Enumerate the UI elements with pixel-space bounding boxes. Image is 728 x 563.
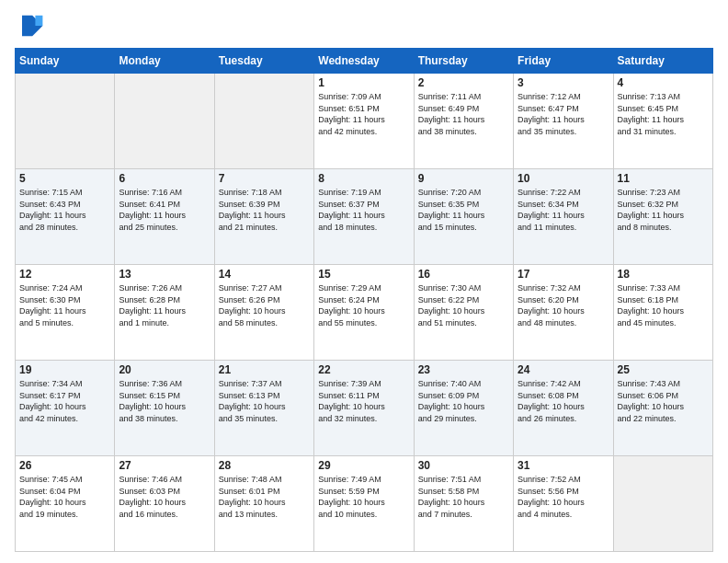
day-info: Sunrise: 7:52 AM Sunset: 5:56 PM Dayligh… <box>518 474 609 520</box>
logo <box>15 11 48 40</box>
day-info: Sunrise: 7:32 AM Sunset: 6:20 PM Dayligh… <box>518 282 609 328</box>
day-number: 11 <box>618 172 709 185</box>
day-info: Sunrise: 7:37 AM Sunset: 6:13 PM Dayligh… <box>219 378 310 424</box>
calendar-cell: 11Sunrise: 7:23 AM Sunset: 6:32 PM Dayli… <box>613 169 712 265</box>
day-number: 25 <box>618 363 709 376</box>
weekday-header: Saturday <box>613 49 712 74</box>
calendar-cell: 21Sunrise: 7:37 AM Sunset: 6:13 PM Dayli… <box>214 361 313 456</box>
day-info: Sunrise: 7:22 AM Sunset: 6:34 PM Dayligh… <box>518 187 609 233</box>
calendar-cell: 17Sunrise: 7:32 AM Sunset: 6:20 PM Dayli… <box>514 265 613 361</box>
calendar-cell: 27Sunrise: 7:46 AM Sunset: 6:03 PM Dayli… <box>115 456 214 552</box>
calendar-header-row: SundayMondayTuesdayWednesdayThursdayFrid… <box>16 49 713 74</box>
calendar-cell: 25Sunrise: 7:43 AM Sunset: 6:06 PM Dayli… <box>613 361 712 456</box>
calendar-cell: 23Sunrise: 7:40 AM Sunset: 6:09 PM Dayli… <box>414 361 513 456</box>
calendar-week-row: 12Sunrise: 7:24 AM Sunset: 6:30 PM Dayli… <box>16 265 713 361</box>
day-number: 7 <box>219 172 310 185</box>
day-number: 8 <box>318 172 409 185</box>
calendar-cell: 1Sunrise: 7:09 AM Sunset: 6:51 PM Daylig… <box>314 74 414 169</box>
calendar-cell: 10Sunrise: 7:22 AM Sunset: 6:34 PM Dayli… <box>514 169 613 265</box>
svg-marker-1 <box>35 16 42 26</box>
calendar-cell: 18Sunrise: 7:33 AM Sunset: 6:18 PM Dayli… <box>613 265 712 361</box>
weekday-header: Tuesday <box>214 49 313 74</box>
day-number: 4 <box>618 76 709 89</box>
day-info: Sunrise: 7:29 AM Sunset: 6:24 PM Dayligh… <box>318 282 409 328</box>
weekday-header: Friday <box>514 49 613 74</box>
day-info: Sunrise: 7:42 AM Sunset: 6:08 PM Dayligh… <box>518 378 609 424</box>
day-number: 6 <box>119 172 210 185</box>
calendar-cell: 20Sunrise: 7:36 AM Sunset: 6:15 PM Dayli… <box>115 361 214 456</box>
day-info: Sunrise: 7:51 AM Sunset: 5:58 PM Dayligh… <box>418 474 509 520</box>
calendar-cell: 30Sunrise: 7:51 AM Sunset: 5:58 PM Dayli… <box>414 456 513 552</box>
day-number: 16 <box>418 268 509 281</box>
calendar-cell: 22Sunrise: 7:39 AM Sunset: 6:11 PM Dayli… <box>314 361 414 456</box>
day-number: 15 <box>318 268 409 281</box>
day-number: 14 <box>219 268 310 281</box>
day-number: 24 <box>518 363 609 376</box>
day-info: Sunrise: 7:19 AM Sunset: 6:37 PM Dayligh… <box>318 187 409 233</box>
calendar-cell: 13Sunrise: 7:26 AM Sunset: 6:28 PM Dayli… <box>115 265 214 361</box>
day-info: Sunrise: 7:24 AM Sunset: 6:30 PM Dayligh… <box>19 282 110 328</box>
calendar-week-row: 1Sunrise: 7:09 AM Sunset: 6:51 PM Daylig… <box>16 74 713 169</box>
calendar-cell <box>214 74 313 169</box>
day-info: Sunrise: 7:20 AM Sunset: 6:35 PM Dayligh… <box>418 187 509 233</box>
day-number: 29 <box>318 459 409 472</box>
day-number: 3 <box>518 76 609 89</box>
calendar-cell <box>613 456 712 552</box>
day-info: Sunrise: 7:12 AM Sunset: 6:47 PM Dayligh… <box>518 91 609 137</box>
calendar-cell: 14Sunrise: 7:27 AM Sunset: 6:26 PM Dayli… <box>214 265 313 361</box>
calendar-cell: 6Sunrise: 7:16 AM Sunset: 6:41 PM Daylig… <box>115 169 214 265</box>
day-number: 22 <box>318 363 409 376</box>
calendar-cell <box>16 74 115 169</box>
calendar-cell: 19Sunrise: 7:34 AM Sunset: 6:17 PM Dayli… <box>16 361 115 456</box>
day-info: Sunrise: 7:40 AM Sunset: 6:09 PM Dayligh… <box>418 378 509 424</box>
day-info: Sunrise: 7:48 AM Sunset: 6:01 PM Dayligh… <box>219 474 310 520</box>
day-info: Sunrise: 7:45 AM Sunset: 6:04 PM Dayligh… <box>19 474 110 520</box>
calendar-cell: 26Sunrise: 7:45 AM Sunset: 6:04 PM Dayli… <box>16 456 115 552</box>
day-info: Sunrise: 7:26 AM Sunset: 6:28 PM Dayligh… <box>119 282 210 328</box>
calendar-cell: 3Sunrise: 7:12 AM Sunset: 6:47 PM Daylig… <box>514 74 613 169</box>
calendar-cell: 12Sunrise: 7:24 AM Sunset: 6:30 PM Dayli… <box>16 265 115 361</box>
day-number: 28 <box>219 459 310 472</box>
day-number: 18 <box>618 268 709 281</box>
day-number: 13 <box>119 268 210 281</box>
calendar-cell: 16Sunrise: 7:30 AM Sunset: 6:22 PM Dayli… <box>414 265 513 361</box>
day-info: Sunrise: 7:49 AM Sunset: 5:59 PM Dayligh… <box>318 474 409 520</box>
day-number: 9 <box>418 172 509 185</box>
day-info: Sunrise: 7:39 AM Sunset: 6:11 PM Dayligh… <box>318 378 409 424</box>
day-info: Sunrise: 7:34 AM Sunset: 6:17 PM Dayligh… <box>19 378 110 424</box>
page: SundayMondayTuesdayWednesdayThursdayFrid… <box>0 0 728 563</box>
day-number: 1 <box>318 76 409 89</box>
calendar-cell: 15Sunrise: 7:29 AM Sunset: 6:24 PM Dayli… <box>314 265 414 361</box>
calendar-cell: 28Sunrise: 7:48 AM Sunset: 6:01 PM Dayli… <box>214 456 313 552</box>
day-number: 31 <box>518 459 609 472</box>
calendar-table: SundayMondayTuesdayWednesdayThursdayFrid… <box>15 48 713 552</box>
calendar-week-row: 26Sunrise: 7:45 AM Sunset: 6:04 PM Dayli… <box>16 456 713 552</box>
day-number: 2 <box>418 76 509 89</box>
day-info: Sunrise: 7:27 AM Sunset: 6:26 PM Dayligh… <box>219 282 310 328</box>
day-number: 21 <box>219 363 310 376</box>
weekday-header: Sunday <box>16 49 115 74</box>
day-number: 30 <box>418 459 509 472</box>
day-info: Sunrise: 7:18 AM Sunset: 6:39 PM Dayligh… <box>219 187 310 233</box>
weekday-header: Monday <box>115 49 214 74</box>
weekday-header: Wednesday <box>314 49 414 74</box>
calendar-cell: 8Sunrise: 7:19 AM Sunset: 6:37 PM Daylig… <box>314 169 414 265</box>
day-info: Sunrise: 7:15 AM Sunset: 6:43 PM Dayligh… <box>19 187 110 233</box>
day-number: 17 <box>518 268 609 281</box>
logo-icon <box>15 11 44 40</box>
day-number: 10 <box>518 172 609 185</box>
header <box>15 11 713 40</box>
calendar-week-row: 5Sunrise: 7:15 AM Sunset: 6:43 PM Daylig… <box>16 169 713 265</box>
day-info: Sunrise: 7:33 AM Sunset: 6:18 PM Dayligh… <box>618 282 709 328</box>
day-info: Sunrise: 7:43 AM Sunset: 6:06 PM Dayligh… <box>618 378 709 424</box>
calendar-cell: 9Sunrise: 7:20 AM Sunset: 6:35 PM Daylig… <box>414 169 513 265</box>
calendar-cell: 7Sunrise: 7:18 AM Sunset: 6:39 PM Daylig… <box>214 169 313 265</box>
day-info: Sunrise: 7:09 AM Sunset: 6:51 PM Dayligh… <box>318 91 409 137</box>
day-info: Sunrise: 7:36 AM Sunset: 6:15 PM Dayligh… <box>119 378 210 424</box>
calendar-cell: 24Sunrise: 7:42 AM Sunset: 6:08 PM Dayli… <box>514 361 613 456</box>
day-info: Sunrise: 7:16 AM Sunset: 6:41 PM Dayligh… <box>119 187 210 233</box>
day-info: Sunrise: 7:11 AM Sunset: 6:49 PM Dayligh… <box>418 91 509 137</box>
day-number: 20 <box>119 363 210 376</box>
weekday-header: Thursday <box>414 49 513 74</box>
calendar-cell: 5Sunrise: 7:15 AM Sunset: 6:43 PM Daylig… <box>16 169 115 265</box>
